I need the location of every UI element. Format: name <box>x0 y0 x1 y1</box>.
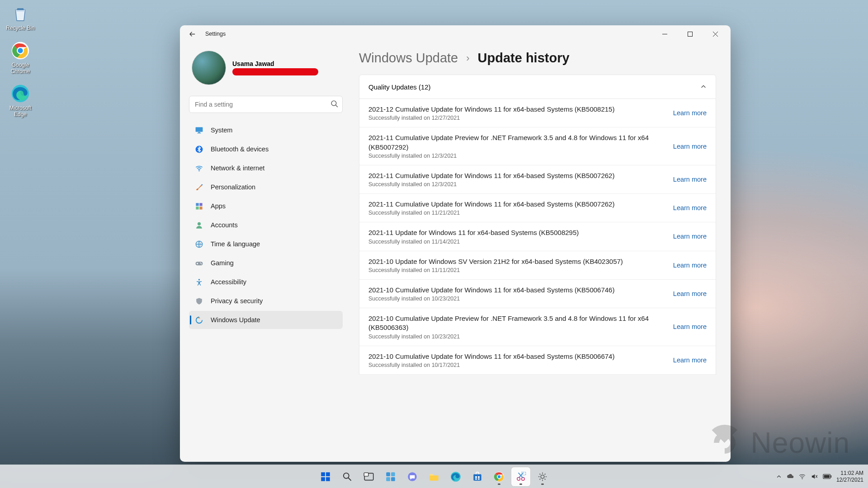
update-status: Successfully installed on 11/21/2021 <box>368 210 660 216</box>
svg-rect-37 <box>478 476 480 478</box>
content-scroll[interactable]: Quality Updates (12) 2021-12 Cumulative … <box>356 75 718 462</box>
taskbar-store[interactable] <box>468 467 487 486</box>
bluetooth-icon <box>194 145 203 154</box>
update-title: 2021-11 Cumulative Update for Windows 11… <box>368 171 660 180</box>
learn-more-link[interactable]: Learn more <box>673 109 707 117</box>
sidebar-item-windows-update[interactable]: Windows Update <box>189 311 343 329</box>
search-input[interactable] <box>189 96 343 113</box>
svg-rect-6 <box>195 127 203 131</box>
sidebar-item-gaming[interactable]: Gaming <box>189 254 343 272</box>
title-bar[interactable]: Settings <box>180 25 731 42</box>
taskbar-start[interactable] <box>316 467 335 486</box>
learn-more-link[interactable]: Learn more <box>673 290 707 297</box>
update-title: 2021-12 Cumulative Update for Windows 11… <box>368 105 660 114</box>
section-header-quality-updates[interactable]: Quality Updates (12) <box>359 75 716 99</box>
minimize-button[interactable] <box>652 25 677 42</box>
desktop-icon-recycle-bin[interactable]: Recycle Bin <box>5 3 36 32</box>
update-row: 2021-11 Cumulative Update for Windows 11… <box>359 165 716 194</box>
svg-point-10 <box>198 170 200 171</box>
svg-rect-13 <box>196 206 198 209</box>
sidebar-item-network-internet[interactable]: Network & internet <box>189 159 343 177</box>
edge-icon <box>450 471 462 483</box>
onedrive-icon[interactable] <box>786 473 794 480</box>
start-icon <box>320 471 331 483</box>
taskbar-chrome[interactable] <box>490 467 509 486</box>
learn-more-link[interactable]: Learn more <box>673 262 707 269</box>
desktop-icon-chrome[interactable]: Google Chrome <box>5 40 36 75</box>
taskbar-chat[interactable] <box>403 467 422 486</box>
learn-more-link[interactable]: Learn more <box>673 233 707 240</box>
breadcrumb: Windows Update › Update history <box>356 51 718 66</box>
update-text: 2021-11 Cumulative Update for Windows 11… <box>368 171 660 188</box>
sidebar-item-time-language[interactable]: Time & language <box>189 235 343 253</box>
update-title: 2021-10 Cumulative Update for Windows 11… <box>368 286 660 295</box>
svg-point-46 <box>541 475 544 479</box>
close-button[interactable] <box>703 25 728 42</box>
battery-icon[interactable] <box>823 474 832 479</box>
system-tray[interactable] <box>776 473 832 480</box>
chrome-icon <box>9 40 31 61</box>
taskbar-task-view[interactable] <box>359 467 378 486</box>
taskbar-clock[interactable]: 11:02 AM 12/27/2021 <box>836 470 863 483</box>
desktop-icon-edge[interactable]: Microsoft Edge <box>5 83 36 118</box>
taskbar-file-explorer[interactable] <box>425 467 443 486</box>
maximize-button[interactable] <box>677 25 703 42</box>
accessibility-icon <box>194 277 203 286</box>
learn-more-link[interactable]: Learn more <box>673 143 707 150</box>
taskbar-snipping-tool[interactable] <box>511 467 530 486</box>
recycle-bin-icon <box>9 3 31 24</box>
sidebar-item-privacy-security[interactable]: Privacy & security <box>189 292 343 310</box>
learn-more-link[interactable]: Learn more <box>673 204 707 211</box>
arrow-left-icon <box>189 31 196 38</box>
sidebar-item-label: Network & internet <box>211 164 264 172</box>
user-profile[interactable]: Usama Jawad <box>189 51 343 85</box>
sidebar: Usama Jawad SystemBluetooth & devicesNet… <box>180 42 352 462</box>
window-controls <box>652 25 728 42</box>
update-text: 2021-11 Update for Windows 11 for x64-ba… <box>368 228 660 244</box>
clock-time: 11:02 AM <box>836 470 863 476</box>
sidebar-item-label: Apps <box>211 202 226 210</box>
close-icon <box>713 32 718 37</box>
wifi-icon <box>194 164 203 173</box>
settings-window: Settings Usama Jawad SystemBluet <box>180 25 731 462</box>
learn-more-link[interactable]: Learn more <box>673 323 707 330</box>
sidebar-item-apps[interactable]: Apps <box>189 197 343 215</box>
update-title: 2021-11 Cumulative Update Preview for .N… <box>368 133 660 152</box>
update-text: 2021-11 Cumulative Update for Windows 11… <box>368 200 660 216</box>
volume-icon[interactable] <box>811 473 818 480</box>
chrome-icon <box>493 471 505 483</box>
wifi-icon[interactable] <box>798 473 806 480</box>
update-text: 2021-11 Cumulative Update Preview for .N… <box>368 133 660 159</box>
sidebar-item-accessibility[interactable]: Accessibility <box>189 273 343 291</box>
taskbar-settings[interactable] <box>533 467 552 486</box>
taskbar-edge[interactable] <box>446 467 465 486</box>
svg-rect-50 <box>830 475 831 478</box>
learn-more-link[interactable]: Learn more <box>673 176 707 183</box>
search-container <box>189 96 343 113</box>
breadcrumb-parent[interactable]: Windows Update <box>359 51 458 66</box>
svg-rect-35 <box>473 474 481 480</box>
sidebar-item-accounts[interactable]: Accounts <box>189 216 343 234</box>
sidebar-item-label: Accessibility <box>211 278 246 286</box>
update-row: 2021-10 Cumulative Update for Windows 11… <box>359 346 716 375</box>
sidebar-item-label: Accounts <box>211 221 238 229</box>
svg-rect-4 <box>688 32 692 36</box>
taskbar-widgets[interactable] <box>381 467 400 486</box>
svg-point-18 <box>200 263 201 263</box>
sidebar-nav: SystemBluetooth & devicesNetwork & inter… <box>189 121 343 329</box>
taskbar-search[interactable] <box>338 467 357 486</box>
learn-more-link[interactable]: Learn more <box>673 357 707 364</box>
task-view-icon <box>363 471 375 483</box>
svg-point-5 <box>331 101 336 106</box>
sidebar-item-label: Bluetooth & devices <box>211 145 269 153</box>
sidebar-item-bluetooth-devices[interactable]: Bluetooth & devices <box>189 140 343 158</box>
svg-point-20 <box>198 279 200 281</box>
taskbar: 11:02 AM 12/27/2021 <box>0 465 868 488</box>
sidebar-item-system[interactable]: System <box>189 121 343 139</box>
sidebar-item-personalization[interactable]: Personalization <box>189 178 343 196</box>
svg-point-15 <box>197 222 200 225</box>
sidebar-item-label: Privacy & security <box>211 297 263 305</box>
back-button[interactable] <box>185 27 199 41</box>
svg-point-47 <box>802 479 803 479</box>
tray-overflow-icon[interactable] <box>776 474 782 479</box>
